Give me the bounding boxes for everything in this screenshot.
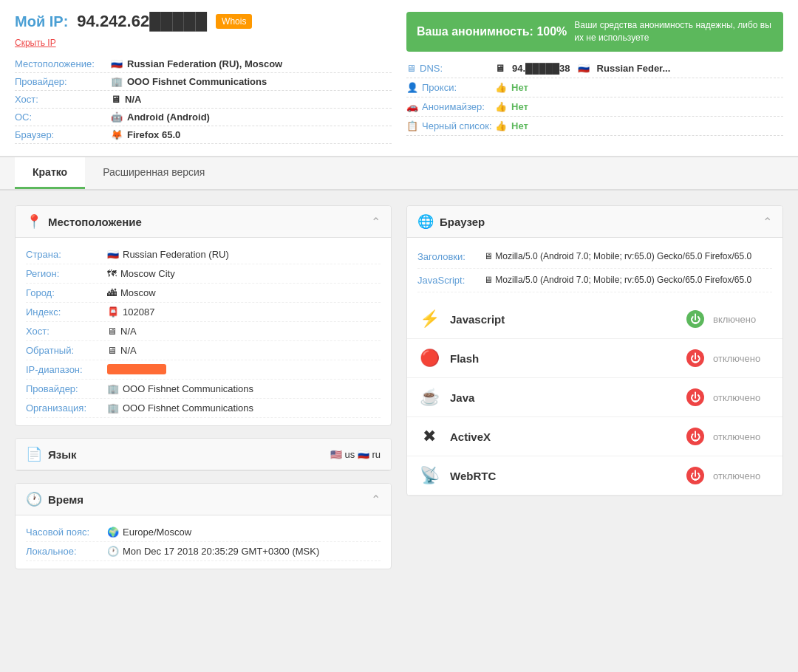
provider-label: Провайдер: xyxy=(15,76,111,87)
region-icon: 🗺 xyxy=(107,268,117,279)
time-section-title: 🕐 Время xyxy=(26,491,83,507)
ip-range-row: IP-диапазон: xyxy=(26,360,381,380)
anonymity-title: Ваша анонимность: 100% xyxy=(417,25,567,38)
proxy-row: 👤 Прокси: 👍 Нет xyxy=(406,78,783,97)
top-right-panel: Ваша анонимность: 100% Ваши средства ано… xyxy=(406,12,783,144)
dns-row: 🖥 DNS: 🖥 94.█████38 🇷🇺 Russian Feder... xyxy=(406,59,783,78)
ip-range-label: IP-диапазон: xyxy=(26,364,107,375)
tabs-bar: Кратко Расширенная версия xyxy=(0,157,798,191)
dns-icon: 🖥 xyxy=(406,63,416,74)
os-value: 🤖 Android (Android) xyxy=(111,112,210,123)
tab-extended[interactable]: Расширенная версия xyxy=(85,157,222,189)
anonymizer-icon: 🚗 xyxy=(406,101,418,112)
org-icon: 🏢 xyxy=(107,402,119,414)
ru-flag-icon: 🇷🇺 xyxy=(111,58,123,69)
anonymity-box: Ваша анонимность: 100% Ваши средства ано… xyxy=(406,12,783,52)
plugin-status-icon: ⏻ xyxy=(686,310,704,328)
provider-row: Провайдер: 🏢 ООО Fishnet Communications xyxy=(15,73,392,91)
js-icon: 🖥 xyxy=(484,275,493,285)
ip-range-redacted xyxy=(107,364,166,374)
dns-label: 🖥 DNS: xyxy=(406,63,495,74)
region-label: Регион: xyxy=(26,268,107,279)
index-value: 📮 102087 xyxy=(107,306,154,318)
plugin-status-text: включено xyxy=(713,314,772,325)
provider-value: 🏢 ООО Fishnet Communications xyxy=(111,76,267,87)
anonymity-description: Ваши средства анонимность надежны, либо … xyxy=(574,19,773,44)
proxy-icon: 👤 xyxy=(406,82,418,93)
dns-value: 🖥 94.█████38 🇷🇺 Russian Feder... xyxy=(495,63,670,74)
plugin-row: ⚡ Javascript ⏻ включено xyxy=(407,300,782,339)
local-value: 🕐 Mon Dec 17 2018 20:35:29 GMT+0300 (MSK… xyxy=(107,546,319,557)
clock-icon: 🕐 xyxy=(26,491,42,507)
blacklist-icon: 📋 xyxy=(406,120,418,131)
city-row: Город: 🏙 Moscow xyxy=(26,284,381,303)
top-left-panel: Мой IP: 94.242.62█████ Whois Скрыть IP М… xyxy=(15,12,392,144)
pin-icon: 📍 xyxy=(26,213,42,230)
blacklist-label: 📋 Черный список: xyxy=(406,120,495,131)
headers-value: 🖥 Mozilla/5.0 (Android 7.0; Mobile; rv:6… xyxy=(484,250,751,264)
region-value: 🗺 Moscow City xyxy=(107,268,175,279)
reverse-label: Обратный: xyxy=(26,345,107,356)
language-values: 🇺🇸 us 🇷🇺 ru xyxy=(330,449,381,460)
location-collapse-icon[interactable] xyxy=(371,215,381,229)
anonymizer-value: 👍 Нет xyxy=(495,101,528,112)
proxy-value: 👍 Нет xyxy=(495,82,528,93)
index-icon: 📮 xyxy=(107,306,119,318)
host-detail-value: 🖥 N/A xyxy=(107,326,137,337)
firefox-icon: 🦊 xyxy=(111,129,123,140)
city-icon: 🏙 xyxy=(107,287,117,298)
host-label: Хост: xyxy=(15,94,111,105)
my-ip-label: Мой IP: xyxy=(15,13,68,30)
index-row: Индекс: 📮 102087 xyxy=(26,303,381,322)
plugin-status-text: отключено xyxy=(713,353,772,364)
org-row: Организация: 🏢 ООО Fishnet Communication… xyxy=(26,399,381,418)
plugin-status-text: отключено xyxy=(713,470,772,481)
country-label: Страна: xyxy=(26,249,107,260)
js-row: JavaScript: 🖥 Mozilla/5.0 (Android 7.0; … xyxy=(417,269,772,292)
hide-ip-link[interactable]: Скрыть IP xyxy=(15,38,56,48)
dns-flag: 🇷🇺 xyxy=(578,63,590,74)
host-detail-row: Хост: 🖥 N/A xyxy=(26,322,381,341)
host-row: Хост: 🖥 N/A xyxy=(15,91,392,109)
timezone-value: 🌍 Europe/Moscow xyxy=(107,527,191,538)
timezone-label: Часовой пояс: xyxy=(26,527,107,538)
left-column: 📍 Местоположение Страна: 🇷🇺 Russian Fede… xyxy=(15,205,392,581)
plugin-icon: ⚡ xyxy=(417,307,441,331)
top-section: Мой IP: 94.242.62█████ Whois Скрыть IP М… xyxy=(0,0,798,157)
plugin-icon: 📡 xyxy=(417,464,441,487)
plugin-icon: ☕ xyxy=(417,385,441,409)
anonymizer-row: 🚗 Анонимайзер: 👍 Нет xyxy=(406,97,783,117)
plugin-status-icon: ⏻ xyxy=(686,388,704,406)
os-label: ОС: xyxy=(15,112,111,123)
provider-detail-label: Провайдер: xyxy=(26,383,107,394)
time-collapse-icon[interactable] xyxy=(371,493,381,507)
ip-address: 94.242.62█████ xyxy=(77,12,207,31)
js-value: 🖥 Mozilla/5.0 (Android 7.0; Mobile; rv:6… xyxy=(484,273,751,287)
plugin-row: ✖ ActiveX ⏻ отключено xyxy=(407,417,782,456)
host-value: 🖥 N/A xyxy=(111,94,141,105)
plugin-status-text: отключено xyxy=(713,431,772,442)
browser-collapse-icon[interactable] xyxy=(763,215,772,229)
browser-value: 🦊 Firefox 65.0 xyxy=(111,129,180,140)
tab-brief[interactable]: Кратко xyxy=(15,157,85,189)
ip-range-value xyxy=(107,364,166,374)
plugin-icon: ✖ xyxy=(417,425,441,448)
local-icon: 🕐 xyxy=(107,546,119,557)
location-card-header: 📍 Местоположение xyxy=(16,206,391,238)
country-row: Страна: 🇷🇺 Russian Federation (RU) xyxy=(26,245,381,264)
org-value: 🏢 ООО Fishnet Communications xyxy=(107,402,253,414)
monitor-icon: 🖥 xyxy=(111,94,120,105)
plugin-status-text: отключено xyxy=(713,392,772,403)
browser-section-body: Заголовки: 🖥 Mozilla/5.0 (Android 7.0; M… xyxy=(407,238,782,300)
location-card: 📍 Местоположение Страна: 🇷🇺 Russian Fede… xyxy=(15,205,392,426)
region-row: Регион: 🗺 Moscow City xyxy=(26,264,381,284)
host-icon: 🖥 xyxy=(107,326,117,337)
anonymizer-label: 🚗 Анонимайзер: xyxy=(406,101,495,112)
whois-button[interactable]: Whois xyxy=(216,14,252,29)
proxy-label: 👤 Прокси: xyxy=(406,82,495,93)
index-label: Индекс: xyxy=(26,306,107,318)
timezone-icon: 🌍 xyxy=(107,527,119,538)
provider-detail-value: 🏢 ООО Fishnet Communications xyxy=(107,383,253,394)
city-label: Город: xyxy=(26,287,107,298)
language-section-title: 📄 Язык xyxy=(26,446,77,462)
